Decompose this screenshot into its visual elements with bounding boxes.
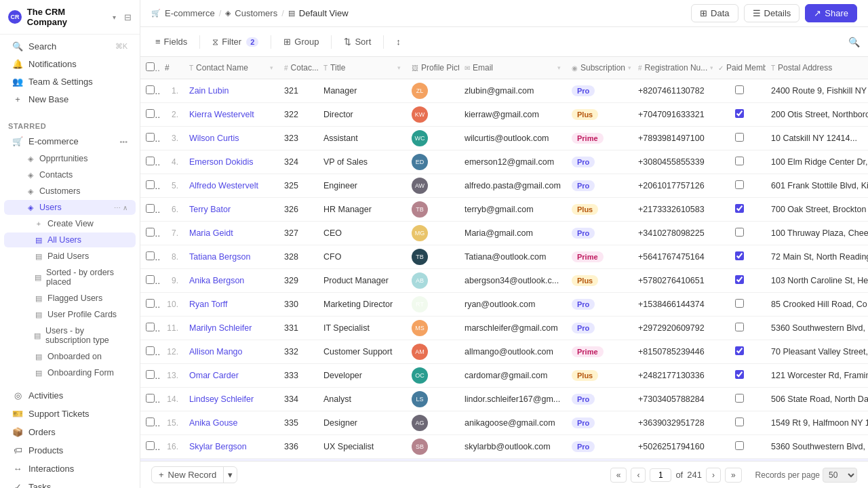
paid-checkbox[interactable]: [735, 204, 744, 213]
filter-btn[interactable]: ⧖ Filter 2: [205, 33, 265, 51]
sidebar-subitem-by-subscription[interactable]: ▤ Users - by subscription type: [4, 323, 136, 348]
paid-cell[interactable]: [713, 269, 766, 293]
row-checkbox[interactable]: [146, 204, 155, 213]
sidebar-subitem-onboarding-form[interactable]: ▤ Onboarding Form: [4, 365, 136, 380]
table-search-icon[interactable]: 🔍: [848, 37, 860, 47]
row-checkbox-cell[interactable]: [140, 79, 159, 103]
sidebar-item-activities[interactable]: ◎ Activities: [4, 387, 136, 404]
sidebar-subitem-contacts[interactable]: ◈ Contacts: [4, 167, 136, 182]
sidebar-item-team-settings[interactable]: 👥 Team & Settings: [4, 73, 136, 90]
row-checkbox-cell[interactable]: [140, 411, 159, 435]
paid-cell[interactable]: [713, 340, 766, 364]
row-checkbox[interactable]: [146, 346, 155, 355]
paid-cell[interactable]: [713, 103, 766, 127]
contact-name-link[interactable]: Skylar Bergson: [189, 442, 247, 451]
row-checkbox[interactable]: [146, 133, 155, 142]
th-paid[interactable]: ✓Paid Member▾: [713, 57, 766, 79]
group-btn[interactable]: ⊞ Group: [277, 33, 326, 50]
row-checkbox[interactable]: [146, 299, 155, 308]
paid-cell[interactable]: [713, 411, 766, 435]
contact-name-link[interactable]: Kierra Westervelt: [189, 110, 254, 119]
contact-name-link[interactable]: Terry Bator: [189, 205, 231, 214]
pagination-page-input[interactable]: [650, 468, 671, 482]
sidebar-item-orders[interactable]: 📦 Orders: [4, 424, 136, 441]
paid-checkbox[interactable]: [735, 133, 744, 142]
row-checkbox-cell[interactable]: [140, 364, 159, 388]
th-profile[interactable]: 🖼Profile Picture▾: [406, 57, 459, 79]
company-chevron-icon[interactable]: ▾: [113, 14, 116, 21]
paid-cell[interactable]: [713, 364, 766, 388]
contact-name-link[interactable]: Anika Gouse: [189, 418, 238, 428]
paid-checkbox[interactable]: [735, 394, 744, 403]
th-sub[interactable]: ◉Subscription▾: [566, 57, 633, 79]
row-checkbox[interactable]: [146, 85, 155, 94]
contact-name-link[interactable]: Allison Mango: [189, 347, 243, 357]
row-checkbox-cell[interactable]: [140, 245, 159, 269]
paid-checkbox[interactable]: [735, 441, 744, 450]
paid-checkbox[interactable]: [735, 346, 744, 355]
th-email[interactable]: ✉Email▾: [459, 57, 566, 79]
row-checkbox-cell[interactable]: [140, 317, 159, 340]
th-cotac[interactable]: #Cotac...▾: [279, 57, 318, 79]
contact-name-link[interactable]: Lindsey Schleifer: [189, 394, 254, 404]
ecommerce-more[interactable]: •••: [119, 138, 127, 146]
row-checkbox-cell[interactable]: [140, 293, 159, 317]
sidebar-collapse-icon[interactable]: ⊟: [124, 12, 132, 22]
contact-name-link[interactable]: Anika Bergson: [189, 276, 244, 285]
row-checkbox[interactable]: [146, 275, 155, 284]
th-reg[interactable]: #Registration Nu...▾: [633, 57, 713, 79]
sidebar-subitem-all-users[interactable]: ▤ All Users: [4, 232, 136, 247]
paid-checkbox[interactable]: [735, 299, 744, 308]
row-checkbox-cell[interactable]: [140, 269, 159, 293]
data-tab-btn[interactable]: ⊞ Data: [691, 4, 738, 22]
paid-cell[interactable]: [713, 198, 766, 222]
paid-checkbox[interactable]: [735, 323, 744, 331]
row-checkbox[interactable]: [146, 394, 155, 403]
contact-name-link[interactable]: Zain Lubin: [189, 86, 229, 96]
row-checkbox-cell[interactable]: [140, 103, 159, 127]
paid-checkbox[interactable]: [735, 228, 744, 237]
row-checkbox-cell[interactable]: [140, 174, 159, 198]
sidebar-item-tasks[interactable]: ✓ Tasks: [4, 479, 136, 488]
row-checkbox[interactable]: [146, 441, 155, 450]
row-checkbox[interactable]: [146, 323, 155, 331]
sidebar-item-products[interactable]: 🏷 Products: [4, 442, 136, 459]
row-checkbox[interactable]: [146, 370, 155, 379]
sidebar-subitem-flagged-users[interactable]: ▤ Flagged Users: [4, 291, 136, 306]
contact-name-link[interactable]: Wilson Curtis: [189, 134, 239, 143]
paid-checkbox[interactable]: [735, 85, 744, 94]
sidebar-item-interactions[interactable]: ↔ Interactions: [4, 460, 136, 477]
sort-btn[interactable]: ⇅ Sort: [337, 33, 378, 50]
th-contact-name[interactable]: TContact Name▾: [184, 57, 279, 79]
pagination-first-btn[interactable]: «: [610, 468, 627, 483]
row-checkbox[interactable]: [146, 228, 155, 237]
row-checkbox[interactable]: [146, 109, 155, 118]
paid-checkbox[interactable]: [735, 251, 744, 260]
row-checkbox-cell[interactable]: [140, 127, 159, 150]
sidebar-item-new-base[interactable]: + New Base: [4, 91, 136, 108]
paid-checkbox[interactable]: [735, 370, 744, 379]
paid-cell[interactable]: [713, 150, 766, 174]
breadcrumb-ecommerce[interactable]: E-commerce: [165, 8, 215, 18]
select-all-checkbox[interactable]: [146, 62, 155, 71]
pagination-prev-btn[interactable]: ‹: [631, 468, 646, 483]
contact-name-link[interactable]: Alfredo Westervelt: [189, 181, 258, 190]
th-title[interactable]: TTitle▾: [318, 57, 406, 79]
row-checkbox[interactable]: [146, 251, 155, 260]
contact-name-link[interactable]: Omar Carder: [189, 371, 239, 380]
paid-checkbox[interactable]: [735, 275, 744, 284]
paid-cell[interactable]: [713, 293, 766, 317]
pagination-last-btn[interactable]: »: [725, 468, 742, 483]
paid-cell[interactable]: [713, 435, 766, 459]
paid-checkbox[interactable]: [735, 157, 744, 165]
row-checkbox-cell[interactable]: [140, 222, 159, 245]
records-per-page-select[interactable]: 50 100 250: [823, 468, 857, 483]
row-checkbox-cell[interactable]: [140, 150, 159, 174]
paid-cell[interactable]: [713, 317, 766, 340]
sidebar-subitem-onboarded-on[interactable]: ▤ Onboarded on: [4, 349, 136, 364]
sidebar-subitem-opportunities[interactable]: ◈ Opprrtunities: [4, 151, 136, 166]
pagination-next-btn[interactable]: ›: [706, 468, 721, 483]
email-sort-icon[interactable]: ▾: [557, 64, 561, 71]
new-record-dropdown-btn[interactable]: ▾: [223, 467, 237, 483]
title-sort-icon[interactable]: ▾: [397, 64, 401, 71]
